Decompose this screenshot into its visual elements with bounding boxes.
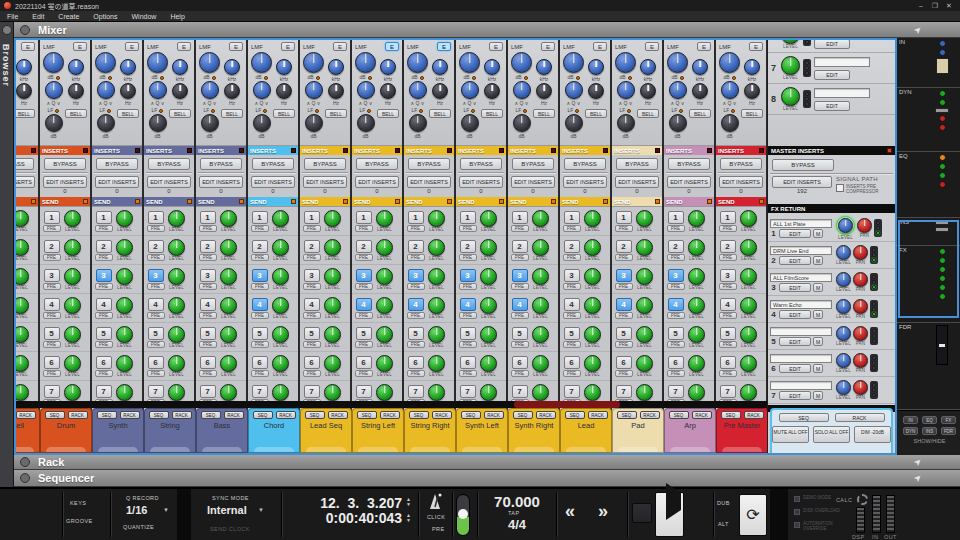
dub-button[interactable]: DUB bbox=[717, 500, 730, 506]
send-1-button[interactable]: 1 bbox=[720, 211, 736, 224]
tempo-display[interactable]: 70.000 bbox=[486, 493, 548, 510]
lmf-gain-knob[interactable] bbox=[459, 52, 480, 73]
solo-all-off-button[interactable]: SOLO ALL OFF bbox=[813, 426, 850, 443]
lf-freq-knob[interactable] bbox=[328, 83, 344, 99]
send-5-button[interactable]: 5 bbox=[720, 327, 736, 340]
send-7-level-knob[interactable] bbox=[688, 384, 705, 401]
bypass-button[interactable]: BYPASS bbox=[252, 158, 294, 170]
send-5-button[interactable]: 5 bbox=[460, 327, 476, 340]
click-level-slider[interactable] bbox=[456, 494, 470, 536]
send-5-pre-button[interactable]: PRE bbox=[615, 341, 633, 348]
bell-button[interactable]: BELL bbox=[117, 109, 139, 118]
play-button[interactable] bbox=[655, 492, 684, 537]
bell-button[interactable]: BELL bbox=[429, 109, 451, 118]
bypass-button[interactable]: BYPASS bbox=[564, 158, 606, 170]
send-1-level-knob[interactable] bbox=[16, 210, 29, 227]
send-3-level-knob[interactable] bbox=[740, 268, 757, 285]
send-4-level-knob[interactable] bbox=[584, 297, 601, 314]
lmf-gain-knob[interactable] bbox=[511, 52, 532, 73]
send-7-level-knob[interactable] bbox=[480, 384, 497, 401]
send-3-level-knob[interactable] bbox=[636, 268, 653, 285]
stop-button[interactable] bbox=[632, 503, 652, 523]
lmf-gain-knob[interactable] bbox=[667, 52, 688, 73]
browser-rail[interactable]: Browser bbox=[0, 22, 14, 487]
channel-rack-button[interactable]: RACK bbox=[432, 411, 452, 419]
edit-inserts-button[interactable]: EDIT INSERTS bbox=[251, 176, 295, 188]
send-1-button[interactable]: 1 bbox=[616, 211, 632, 224]
send-5-pre-button[interactable]: PRE bbox=[199, 341, 217, 348]
send-4-level-knob[interactable] bbox=[636, 297, 653, 314]
fx-return-pan-knob[interactable] bbox=[857, 218, 872, 233]
minimize-button[interactable]: – bbox=[914, 2, 928, 9]
send-5-level-knob[interactable] bbox=[324, 326, 341, 343]
send-2-level-knob[interactable] bbox=[740, 239, 757, 256]
send-1-level-knob[interactable] bbox=[64, 210, 81, 227]
send-6-level-knob[interactable] bbox=[480, 355, 497, 372]
fx-return-edit-button[interactable]: EDIT bbox=[779, 364, 811, 373]
send-5-pre-button[interactable]: PRE bbox=[563, 341, 581, 348]
send-6-level-knob[interactable] bbox=[636, 355, 653, 372]
lmf-freq-knob[interactable] bbox=[432, 59, 448, 75]
menu-edit[interactable]: Edit bbox=[25, 13, 51, 20]
eq-enable-button[interactable]: E bbox=[385, 42, 399, 51]
lf-gain-knob[interactable] bbox=[149, 114, 167, 132]
channel-tab[interactable]: SEQRACKLead bbox=[560, 408, 612, 453]
send-2-pre-button[interactable]: PRE bbox=[147, 254, 165, 261]
lmf-q-knob[interactable] bbox=[565, 81, 583, 99]
lf-freq-knob[interactable] bbox=[16, 83, 32, 99]
mixer-horizontal-scrollbar[interactable] bbox=[16, 401, 767, 408]
lf-gain-knob[interactable] bbox=[721, 114, 739, 132]
send-3-level-knob[interactable] bbox=[428, 268, 445, 285]
showhide-dyn-button[interactable]: DYN bbox=[903, 427, 918, 435]
maximize-button[interactable]: ❐ bbox=[928, 2, 942, 10]
send-5-pre-button[interactable]: PRE bbox=[667, 341, 685, 348]
fx-return-level-knob[interactable] bbox=[836, 299, 851, 314]
channel-rack-button[interactable]: RACK bbox=[16, 411, 36, 419]
menu-help[interactable]: Help bbox=[163, 13, 191, 20]
keys-button[interactable]: KEYS bbox=[70, 500, 86, 506]
lf-freq-knob[interactable] bbox=[432, 83, 448, 99]
pre-button[interactable]: PRE bbox=[432, 526, 445, 532]
eq-enable-button[interactable]: E bbox=[229, 42, 243, 51]
showhide-eq-button[interactable]: EQ bbox=[922, 416, 937, 424]
lf-freq-knob[interactable] bbox=[588, 83, 604, 99]
send-4-button[interactable]: 4 bbox=[96, 298, 112, 311]
lmf-q-knob[interactable] bbox=[305, 81, 323, 99]
send-1-level-knob[interactable] bbox=[584, 210, 601, 227]
send-5-button[interactable]: 5 bbox=[252, 327, 268, 340]
fx-send-name-field[interactable] bbox=[814, 88, 870, 98]
channel-tab[interactable]: SEQRACKSynth bbox=[92, 408, 144, 453]
sequencer-detach-icon[interactable]: ➤ bbox=[912, 472, 924, 484]
send-3-level-knob[interactable] bbox=[688, 268, 705, 285]
lmf-freq-knob[interactable] bbox=[692, 59, 708, 75]
send-3-level-knob[interactable] bbox=[480, 268, 497, 285]
channel-tab[interactable]: SEQRACKString bbox=[144, 408, 196, 453]
send-1-pre-button[interactable]: PRE bbox=[355, 225, 373, 232]
bell-button[interactable]: BELL bbox=[273, 109, 295, 118]
send-5-pre-button[interactable]: PRE bbox=[459, 341, 477, 348]
edit-inserts-button[interactable]: EDIT INSERTS bbox=[667, 176, 711, 188]
bell-button[interactable]: BELL bbox=[637, 109, 659, 118]
send-2-pre-button[interactable]: PRE bbox=[407, 254, 425, 261]
send-2-button[interactable]: 2 bbox=[668, 240, 684, 253]
lmf-freq-knob[interactable] bbox=[380, 59, 396, 75]
channel-seq-button[interactable]: SEQ bbox=[617, 411, 637, 419]
send-7-level-knob[interactable] bbox=[740, 384, 757, 401]
fx-return-mute-button[interactable]: M bbox=[813, 364, 823, 373]
send-1-pre-button[interactable]: PRE bbox=[511, 225, 529, 232]
send-1-pre-button[interactable]: PRE bbox=[251, 225, 269, 232]
eq-enable-button[interactable]: E bbox=[489, 42, 503, 51]
send-5-button[interactable]: 5 bbox=[356, 327, 372, 340]
master-seq-button[interactable]: SEQ bbox=[779, 413, 829, 422]
send-1-level-knob[interactable] bbox=[688, 210, 705, 227]
send-2-button[interactable]: 2 bbox=[616, 240, 632, 253]
send-5-button[interactable]: 5 bbox=[200, 327, 216, 340]
fx-return-mute-button[interactable]: M bbox=[813, 391, 823, 400]
lmf-gain-knob[interactable] bbox=[355, 52, 376, 73]
edit-inserts-button[interactable]: EDIT INSERTS bbox=[147, 176, 191, 188]
send-6-button[interactable]: 6 bbox=[252, 356, 268, 369]
send-2-level-knob[interactable] bbox=[324, 239, 341, 256]
send-1-button[interactable]: 1 bbox=[460, 211, 476, 224]
channel-seq-button[interactable]: SEQ bbox=[305, 411, 325, 419]
send-7-level-knob[interactable] bbox=[376, 384, 393, 401]
